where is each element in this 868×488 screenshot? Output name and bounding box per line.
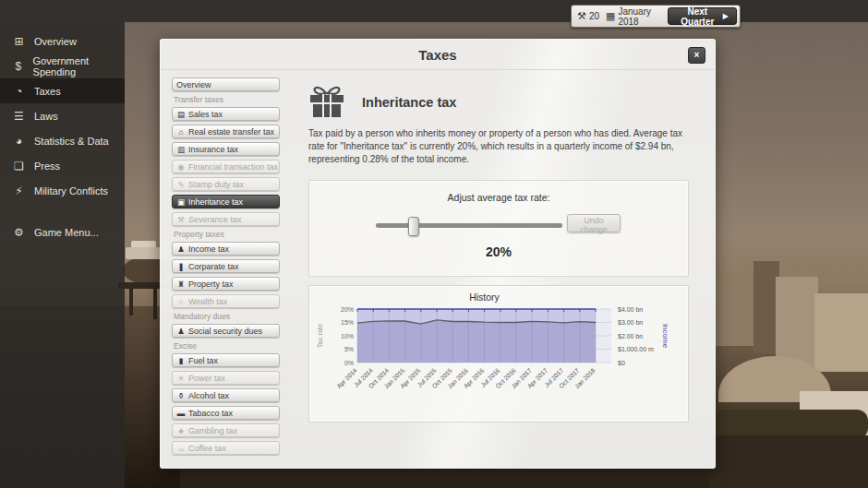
background-bridge	[129, 288, 133, 315]
sidebar-item-taxes[interactable]: ◔Taxes	[0, 78, 125, 103]
background-bridge	[153, 288, 157, 319]
tax-button-tabacco-tax[interactable]: ▬Tabacco tax	[172, 406, 280, 420]
tax-button-label: Sales tax	[188, 110, 223, 119]
house-icon: ⌂	[176, 127, 186, 137]
tax-group-label: Transfer taxes	[174, 95, 280, 104]
tools-icon: ⚒	[577, 10, 586, 22]
tax-rate-panel: Adjust average tax rate: Undo change 20%	[308, 180, 689, 277]
tax-button-label: Fuel tax	[188, 356, 218, 365]
svg-text:10%: 10%	[341, 333, 354, 339]
gear-icon: ⚙	[12, 226, 26, 239]
tax-button-inheritance-tax[interactable]: ▣Inheritance tax	[172, 195, 280, 208]
sidebar-item-government-spending[interactable]: $Government Spending	[0, 54, 125, 78]
tax-button-sales-tax[interactable]: ▤Sales tax	[172, 107, 280, 121]
tax-rate-value: 20%	[309, 244, 688, 259]
tax-button-label: Inheritance tax	[188, 197, 243, 207]
sidebar: ⊞Overview$Government Spending◔Taxes☰Laws…	[0, 22, 125, 488]
tax-rate-slider[interactable]	[376, 223, 562, 228]
building-icon: ♜	[176, 280, 186, 289]
background-building	[814, 293, 868, 372]
svg-text:$3.00 bn: $3.00 bn	[618, 319, 643, 326]
tax-detail-pane: Inheritance tax Tax paid by a person who…	[308, 77, 689, 423]
ring-icon: ○	[176, 297, 186, 306]
document-icon: ▥	[176, 145, 186, 154]
bottle-icon: ⚱	[176, 391, 186, 400]
tax-button-wealth-tax: ○Wealth tax	[172, 294, 280, 308]
tax-button-label: Corparate tax	[188, 262, 239, 271]
tax-group-label: Excise	[174, 341, 280, 351]
history-panel: History0%5%10%15%20%$0$1,000.00 m$2.00 b…	[308, 285, 689, 423]
dollar-icon: $	[12, 60, 25, 73]
app-window: ⊞Overview$Government Spending◔Taxes☰Laws…	[0, 0, 868, 488]
svg-text:$1,000.00 m: $1,000.00 m	[618, 346, 654, 352]
tax-button-label: Social security dues	[188, 327, 262, 336]
tax-button-alcohol-tax[interactable]: ⚱Alcohol tax	[172, 388, 280, 402]
tax-button-overview[interactable]: Overview	[172, 77, 280, 91]
tax-button-real-estate-transfer-tax[interactable]: ⌂Real estate transfer tax	[172, 125, 280, 138]
background-ground	[709, 435, 868, 488]
svg-text:Tax rate: Tax rate	[316, 324, 324, 349]
tax-button-label: Severance tax	[188, 215, 242, 224]
tax-button-label: Power tax	[188, 374, 225, 383]
tax-detail-title: Inheritance tax	[362, 95, 456, 110]
svg-text:History: History	[469, 292, 500, 303]
tax-button-label: Wealth tax	[188, 297, 227, 306]
sidebar-item-press[interactable]: ❏Press	[0, 153, 125, 178]
tax-button-label: Overview	[176, 80, 211, 89]
sidebar-item-label: Military Conflicts	[34, 185, 108, 196]
tax-button-property-tax[interactable]: ♜Property tax	[172, 277, 280, 291]
next-quarter-button[interactable]: Next Quarter ▶	[668, 7, 737, 25]
tax-button-label: Income tax	[188, 244, 229, 254]
sidebar-item-laws[interactable]: ☰Laws	[0, 103, 125, 128]
sidebar-item-military-conflicts[interactable]: ⚡Military Conflicts	[0, 178, 125, 203]
gift-icon	[308, 84, 345, 122]
fuel-pump-icon: ▮	[176, 356, 186, 365]
tax-button-income-tax[interactable]: ♟Income tax	[172, 242, 280, 256]
tax-group-label: Property taxes	[174, 230, 280, 239]
tax-button-stamp-duty-tax: ✎Stamp duty tax	[172, 177, 280, 191]
svg-text:0%: 0%	[344, 360, 354, 366]
tie-icon: ❚	[176, 262, 186, 271]
cash-register-icon: ▤	[176, 110, 186, 119]
slider-label: Adjust average tax rate:	[309, 192, 688, 203]
tax-button-power-tax: ☀Power tax	[172, 371, 280, 385]
tax-button-label: Alcohol tax	[188, 391, 229, 400]
tax-button-insurance-tax[interactable]: ▥Insurance tax	[172, 142, 280, 156]
tax-group-label: Mandatory dues	[174, 312, 280, 321]
tools-count: 20	[589, 11, 599, 21]
cigarette-icon: ▬	[176, 409, 186, 418]
speech-bubble-icon: ❏	[12, 160, 26, 173]
pickaxe-icon: ⚒	[176, 215, 186, 224]
svg-text:$4.00 bn: $4.00 bn	[618, 306, 643, 313]
lightning-icon: ⚡	[12, 184, 26, 197]
sidebar-item-label: Taxes	[34, 86, 61, 97]
svg-text:5%: 5%	[344, 346, 354, 352]
people-icon: ♟	[176, 327, 186, 336]
close-button[interactable]: ×	[688, 47, 705, 64]
date-display: ▦ January 2018	[606, 6, 661, 27]
sidebar-item-overview[interactable]: ⊞Overview	[0, 29, 125, 54]
calendar-icon: ▦	[606, 10, 615, 22]
tax-button-fuel-tax[interactable]: ▮Fuel tax	[172, 353, 280, 367]
tools-counter: ⚒ 20	[577, 10, 599, 22]
tax-button-label: Property tax	[188, 280, 234, 289]
stamp-icon: ✎	[176, 180, 186, 189]
sidebar-item-label: Laws	[34, 111, 58, 122]
history-chart: History0%5%10%15%20%$0$1,000.00 m$2.00 b…	[309, 286, 688, 422]
slider-handle[interactable]	[408, 217, 419, 236]
book-icon: ☰	[12, 110, 26, 123]
tax-button-corparate-tax[interactable]: ❚Corparate tax	[172, 259, 280, 273]
background-building	[716, 277, 757, 346]
sidebar-item-game-menu[interactable]: ⚙Game Menu...	[0, 220, 125, 244]
undo-change-button: Undo change	[567, 214, 621, 232]
tax-button-coffee-tax: ☕Coffee tax	[172, 441, 280, 455]
sidebar-item-label: Statistics & Data	[34, 136, 109, 147]
sidebar-item-label: Press	[34, 161, 60, 172]
tax-button-label: Real estate transfer tax	[188, 127, 274, 137]
tax-button-social-security-dues[interactable]: ♟Social security dues	[172, 324, 280, 338]
sidebar-item-statistics-data[interactable]: ◕Statistics & Data	[0, 128, 125, 153]
tax-button-label: Financial transaction tax	[188, 162, 278, 172]
gift-icon: ▣	[176, 197, 186, 207]
sidebar-item-label: Government Spending	[33, 55, 125, 77]
svg-text:15%: 15%	[341, 319, 354, 326]
